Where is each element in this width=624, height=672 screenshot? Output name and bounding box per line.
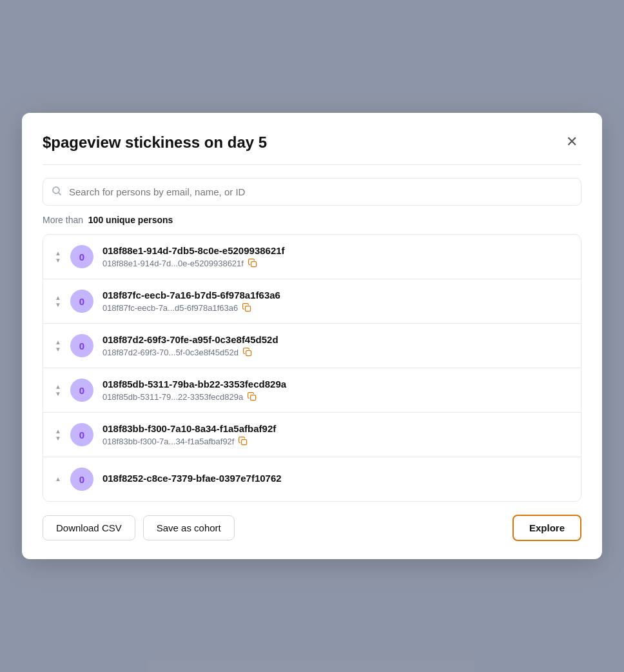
person-info: 018f83bb-f300-7a10-8a34-f1a5afbaf92f 018… — [102, 423, 569, 446]
person-id: 018f87fc-eecb-7a...d5-6f978a1f63a6 — [102, 303, 238, 313]
avatar: 0 — [70, 468, 93, 491]
person-id-row: 018f87d2-69f3-70...5f-0c3e8f45d52d — [102, 347, 569, 357]
sort-arrows[interactable]: ▲ ▼ — [55, 295, 61, 308]
list-item: ▲ ▼ 0 018f87fc-eecb-7a16-b7d5-6f978a1f63… — [43, 279, 581, 324]
close-button[interactable]: ✕ — [562, 133, 581, 150]
avatar: 0 — [70, 290, 93, 313]
list-item: ▲ 0 018f8252-c8ce-7379-bfae-0397e7f10762 — [43, 457, 581, 501]
person-id-row: 018f88e1-914d-7d...0e-e5209938621f — [102, 258, 569, 268]
person-name: 018f83bb-f300-7a10-8a34-f1a5afbaf92f — [102, 423, 569, 434]
avatar: 0 — [70, 334, 93, 357]
count-value: 100 unique persons — [88, 215, 173, 225]
close-icon: ✕ — [566, 133, 578, 150]
svg-rect-3 — [246, 306, 251, 311]
person-name: 018f87d2-69f3-70fe-a95f-0c3e8f45d52d — [102, 334, 569, 345]
sort-arrows[interactable]: ▲ ▼ — [55, 339, 61, 353]
copy-button[interactable] — [242, 302, 252, 313]
list-item: ▲ ▼ 0 018f87d2-69f3-70fe-a95f-0c3e8f45d5… — [43, 324, 581, 368]
list-item: ▲ ▼ 0 018f88e1-914d-7db5-8c0e-e520993862… — [43, 235, 581, 279]
list-item: ▲ ▼ 0 018f85db-5311-79ba-bb22-3353fecd82… — [43, 368, 581, 413]
person-info: 018f87d2-69f3-70fe-a95f-0c3e8f45d52d 018… — [102, 334, 569, 357]
person-info: 018f85db-5311-79ba-bb22-3353fecd829a 018… — [102, 379, 569, 402]
copy-button[interactable] — [238, 436, 248, 446]
svg-rect-2 — [251, 262, 257, 267]
person-info: 018f87fc-eecb-7a16-b7d5-6f978a1f63a6 018… — [102, 290, 569, 313]
person-id: 018f83bb-f300-7a...34-f1a5afbaf92f — [102, 437, 235, 446]
sort-arrows[interactable]: ▲ ▼ — [55, 428, 61, 442]
persons-list: ▲ ▼ 0 018f88e1-914d-7db5-8c0e-e520993862… — [43, 234, 581, 502]
svg-line-1 — [59, 193, 61, 195]
copy-button[interactable] — [248, 258, 258, 268]
person-name: 018f88e1-914d-7db5-8c0e-e5209938621f — [102, 245, 569, 256]
person-name: 018f8252-c8ce-7379-bfae-0397e7f10762 — [102, 473, 569, 484]
explore-label: Explore — [529, 522, 565, 533]
explore-button[interactable]: Explore — [512, 515, 581, 541]
person-id: 018f85db-5311-79...22-3353fecd829a — [102, 392, 243, 402]
sort-arrows[interactable]: ▲ ▼ — [55, 250, 61, 264]
avatar: 0 — [70, 245, 93, 268]
svg-rect-5 — [251, 395, 256, 400]
person-name: 018f85db-5311-79ba-bb22-3353fecd829a — [102, 379, 569, 390]
person-info: 018f8252-c8ce-7379-bfae-0397e7f10762 — [102, 473, 569, 486]
footer-left-buttons: Download CSV Save as cohort — [43, 515, 235, 540]
modal-title: $pageview stickiness on day 5 — [43, 133, 267, 152]
persons-count: More than 100 unique persons — [43, 215, 581, 225]
count-prefix: More than — [43, 215, 83, 225]
modal-backdrop: $pageview stickiness on day 5 ✕ More tha… — [0, 0, 624, 672]
download-csv-button[interactable]: Download CSV — [43, 515, 135, 540]
search-input[interactable] — [43, 178, 581, 206]
svg-rect-4 — [246, 351, 251, 356]
avatar: 0 — [70, 379, 93, 402]
person-name: 018f87fc-eecb-7a16-b7d5-6f978a1f63a6 — [102, 290, 569, 301]
modal-footer: Download CSV Save as cohort Explore — [43, 515, 581, 541]
modal-container: $pageview stickiness on day 5 ✕ More tha… — [22, 113, 602, 559]
save-as-cohort-label: Save as cohort — [157, 522, 221, 533]
person-info: 018f88e1-914d-7db5-8c0e-e5209938621f 018… — [102, 245, 569, 268]
sort-arrows[interactable]: ▲ ▼ — [55, 384, 61, 397]
save-as-cohort-button[interactable]: Save as cohort — [143, 515, 235, 540]
search-container — [43, 178, 581, 206]
svg-rect-6 — [242, 440, 247, 445]
copy-button[interactable] — [242, 347, 253, 357]
list-item: ▲ ▼ 0 018f83bb-f300-7a10-8a34-f1a5afbaf9… — [43, 413, 581, 457]
download-csv-label: Download CSV — [56, 522, 122, 533]
header-divider — [43, 164, 581, 165]
avatar: 0 — [70, 423, 93, 446]
person-id-row: 018f85db-5311-79...22-3353fecd829a — [102, 391, 569, 402]
search-icon — [52, 186, 62, 199]
person-id: 018f88e1-914d-7d...0e-e5209938621f — [102, 259, 244, 268]
person-id: 018f87d2-69f3-70...5f-0c3e8f45d52d — [102, 348, 239, 357]
modal-header: $pageview stickiness on day 5 ✕ — [43, 133, 581, 152]
copy-button[interactable] — [247, 391, 257, 402]
person-id-row: 018f83bb-f300-7a...34-f1a5afbaf92f — [102, 436, 569, 446]
person-id-row: 018f87fc-eecb-7a...d5-6f978a1f63a6 — [102, 302, 569, 313]
sort-arrows[interactable]: ▲ — [55, 476, 61, 482]
